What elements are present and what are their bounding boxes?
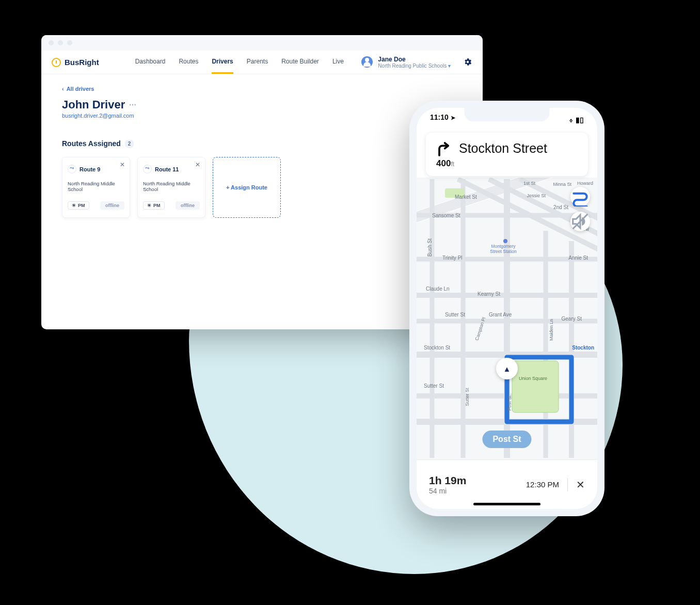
eta-label: 1h 19m bbox=[429, 474, 466, 487]
titlebar bbox=[41, 35, 483, 51]
route-school: North Reading Middle School bbox=[68, 181, 124, 192]
distance: 400ft bbox=[436, 158, 579, 169]
location-marker bbox=[496, 358, 518, 379]
settings-icon[interactable] bbox=[463, 57, 472, 67]
app-name: BusRight bbox=[65, 58, 99, 67]
user-name: Jane Doe bbox=[378, 56, 451, 63]
count-badge: 2 bbox=[125, 140, 134, 148]
close-icon[interactable]: ✕ bbox=[120, 161, 125, 168]
close-icon[interactable]: ✕ bbox=[195, 161, 200, 168]
nav-routes[interactable]: Routes bbox=[179, 51, 198, 74]
arrival-time: 12:30 PM bbox=[526, 480, 559, 489]
shift-badge: ☀ PM bbox=[68, 201, 89, 210]
window-dot bbox=[49, 40, 54, 45]
logo[interactable]: BusRight bbox=[52, 58, 99, 67]
shift-badge: ☀ PM bbox=[143, 201, 165, 210]
window-dot bbox=[67, 40, 72, 45]
close-nav-button[interactable]: ✕ bbox=[576, 479, 585, 491]
divider bbox=[567, 478, 568, 491]
street-name: Stockton Street bbox=[459, 141, 547, 156]
turn-right-icon bbox=[435, 141, 452, 157]
notch bbox=[465, 108, 550, 121]
route-icon bbox=[143, 165, 152, 173]
nav-live[interactable]: Live bbox=[332, 51, 344, 74]
svg-point-3 bbox=[503, 239, 507, 243]
route-card[interactable]: ✕ Route 9 North Reading Middle School ☀ … bbox=[62, 157, 130, 218]
nav-parents[interactable]: Parents bbox=[247, 51, 268, 74]
wifi-icon: ⬨ bbox=[569, 116, 573, 124]
distance-label: 54 mi bbox=[429, 487, 466, 495]
user-school[interactable]: North Reading Public Schools ▾ bbox=[378, 63, 451, 69]
bottom-bar: 1h 19m 54 mi 12:30 PM ✕ bbox=[417, 459, 597, 509]
status-badge: offline bbox=[100, 201, 124, 210]
logo-icon bbox=[52, 58, 61, 67]
route-toggle-button[interactable] bbox=[570, 187, 590, 206]
driver-name: John Driver⋯ bbox=[62, 98, 462, 112]
section-title: Routes Assigned2 bbox=[62, 139, 462, 148]
status-badge: offline bbox=[176, 201, 200, 210]
phone-mockup: 11:10 ➤ ⬨▮▯ Stockton Street 400ft bbox=[409, 101, 604, 516]
back-link[interactable]: ‹ All drivers bbox=[62, 86, 94, 92]
route-school: North Reading Middle School bbox=[143, 181, 200, 192]
nav-route-builder[interactable]: Route Builder bbox=[281, 51, 319, 74]
phone-screen: 11:10 ➤ ⬨▮▯ Stockton Street 400ft bbox=[417, 108, 597, 509]
nav-direction-card: Stockton Street 400ft bbox=[426, 133, 588, 176]
main-nav: Dashboard Routes Drivers Parents Route B… bbox=[135, 51, 344, 74]
nav-drivers[interactable]: Drivers bbox=[212, 51, 233, 74]
window-dot bbox=[58, 40, 63, 45]
current-street-pill: Post St bbox=[482, 431, 531, 448]
route-card[interactable]: ✕ Route 11 North Reading Middle School ☀… bbox=[137, 157, 205, 218]
battery-icon: ▮▯ bbox=[576, 116, 584, 124]
driver-email: busright.driver.2@gmail.com bbox=[62, 113, 462, 119]
mute-button[interactable] bbox=[570, 212, 590, 231]
map-view[interactable]: Market St Sansome St Bush St Trinity Pl … bbox=[417, 178, 597, 459]
avatar-icon[interactable] bbox=[361, 56, 373, 68]
more-icon[interactable]: ⋯ bbox=[129, 101, 137, 109]
app-header: BusRight Dashboard Routes Drivers Parent… bbox=[41, 51, 483, 74]
nav-dashboard[interactable]: Dashboard bbox=[135, 51, 166, 74]
assign-route-button[interactable]: + Assign Route bbox=[213, 157, 281, 218]
svg-rect-1 bbox=[512, 361, 559, 412]
home-indicator bbox=[473, 503, 540, 505]
route-icon bbox=[68, 165, 76, 173]
